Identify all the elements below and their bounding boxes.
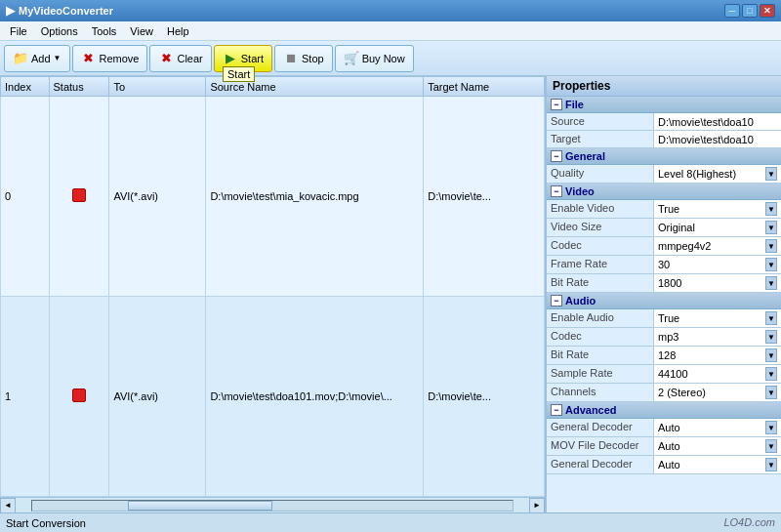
general-decoder-dropdown[interactable]: ▼ xyxy=(765,421,777,434)
prop-audio-bit-rate-value[interactable]: 128 ▼ xyxy=(654,347,781,364)
prop-mov-decoder-text: Auto xyxy=(658,440,765,452)
file-toggle[interactable]: − xyxy=(551,99,562,110)
prop-quality-value[interactable]: Level 8(Highest) ▼ xyxy=(654,165,781,183)
menu-options[interactable]: Options xyxy=(35,23,84,39)
section-file[interactable]: − File xyxy=(547,97,781,113)
prop-frame-rate-text: 30 xyxy=(658,259,765,270)
mov-decoder-dropdown[interactable]: ▼ xyxy=(765,439,777,453)
app-icon: ▶ xyxy=(6,4,15,18)
scroll-left-arrow[interactable]: ◄ xyxy=(0,498,16,513)
section-general-label: General xyxy=(565,150,605,162)
prop-enable-video-text: True xyxy=(658,203,765,215)
prop-codec-label: Codec xyxy=(547,237,654,255)
close-button[interactable]: ✕ xyxy=(760,4,775,18)
prop-frame-rate-value[interactable]: 30 ▼ xyxy=(654,256,781,273)
remove-icon: ✖ xyxy=(81,51,97,66)
title-bar-left: ▶ MyVideoConverter xyxy=(6,4,113,18)
quality-dropdown[interactable]: ▼ xyxy=(765,167,777,181)
prop-enable-audio-value[interactable]: True ▼ xyxy=(654,309,781,327)
advanced-toggle[interactable]: − xyxy=(551,404,562,416)
prop-target-row: Target D:\movie\test\doa10 xyxy=(547,131,781,148)
buynow-icon: 🛒 xyxy=(344,51,359,66)
status-icon xyxy=(72,188,86,202)
prop-quality-label: Quality xyxy=(547,165,654,183)
minimize-button[interactable]: ─ xyxy=(724,4,740,18)
prop-general-decoder2-text: Auto xyxy=(658,459,765,471)
prop-source-label: Source xyxy=(547,113,654,130)
prop-sample-rate-value[interactable]: 44100 ▼ xyxy=(654,365,781,383)
scroll-track[interactable] xyxy=(31,500,514,512)
prop-frame-rate-row: Frame Rate 30 ▼ xyxy=(547,256,781,274)
prop-mov-decoder-label: MOV File Decoder xyxy=(547,437,654,455)
start-label: Start xyxy=(241,53,264,64)
prop-source-value: D:\movie\test\doa10 xyxy=(654,113,781,130)
enable-video-dropdown[interactable]: ▼ xyxy=(765,202,777,216)
stop-button[interactable]: ⏹ Stop xyxy=(274,45,333,72)
prop-codec-value[interactable]: mmpeg4v2 ▼ xyxy=(654,237,781,255)
clear-button[interactable]: ✖ Clear xyxy=(149,45,211,72)
cell-source: D:\movie\test\mia_kovacic.mpg xyxy=(206,97,424,297)
section-audio[interactable]: − Audio xyxy=(547,293,781,309)
stop-icon: ⏹ xyxy=(283,51,299,66)
cell-to: AVI(*.avi) xyxy=(109,297,206,497)
table-header-row: Index Status To Source Name Target Name xyxy=(1,77,545,97)
add-button[interactable]: 📁 Add ▼ xyxy=(4,45,70,72)
prop-enable-audio-label: Enable Audio xyxy=(547,309,654,327)
remove-label: Remove xyxy=(100,53,140,64)
table-row[interactable]: 1AVI(*.avi)D:\movie\test\doa101.mov;D:\m… xyxy=(1,297,545,497)
prop-sample-rate-row: Sample Rate 44100 ▼ xyxy=(547,365,781,384)
menu-file[interactable]: File xyxy=(4,23,33,39)
prop-enable-video-value[interactable]: True ▼ xyxy=(654,200,781,218)
prop-audio-codec-value[interactable]: mp3 ▼ xyxy=(654,328,781,346)
watermark-text: LO4D.com xyxy=(723,516,775,528)
frame-rate-dropdown[interactable]: ▼ xyxy=(765,258,777,271)
channels-dropdown[interactable]: ▼ xyxy=(765,386,777,399)
horizontal-scrollbar[interactable]: ◄ ► xyxy=(0,497,545,512)
prop-audio-codec-text: mp3 xyxy=(658,331,765,343)
scroll-thumb[interactable] xyxy=(128,501,272,511)
menu-tools[interactable]: Tools xyxy=(86,23,123,39)
section-video[interactable]: − Video xyxy=(547,184,781,200)
prop-bit-rate-video-value[interactable]: 1800 ▼ xyxy=(654,274,781,292)
bit-rate-video-dropdown[interactable]: ▼ xyxy=(765,276,777,290)
prop-bit-rate-video-text: 1800 xyxy=(658,277,765,289)
prop-codec-row: Codec mmpeg4v2 ▼ xyxy=(547,237,781,256)
video-toggle[interactable]: − xyxy=(551,185,562,197)
buynow-label: Buy Now xyxy=(362,53,405,64)
add-icon: 📁 xyxy=(13,51,28,66)
prop-channels-text: 2 (Stereo) xyxy=(658,387,765,398)
sample-rate-dropdown[interactable]: ▼ xyxy=(765,367,777,381)
menu-view[interactable]: View xyxy=(124,23,159,39)
prop-enable-audio-text: True xyxy=(658,312,765,324)
cell-status xyxy=(49,297,109,497)
prop-video-size-row: Video Size Original ▼ xyxy=(547,219,781,237)
prop-frame-rate-label: Frame Rate xyxy=(547,256,654,273)
prop-target-label: Target xyxy=(547,131,654,147)
audio-codec-dropdown[interactable]: ▼ xyxy=(765,330,777,344)
prop-general-decoder-value[interactable]: Auto ▼ xyxy=(654,419,781,436)
prop-video-size-value[interactable]: Original ▼ xyxy=(654,219,781,236)
maximize-button[interactable]: □ xyxy=(742,4,758,18)
prop-channels-value[interactable]: 2 (Stereo) ▼ xyxy=(654,384,781,401)
status-icon xyxy=(72,389,86,402)
menu-help[interactable]: Help xyxy=(161,23,195,39)
section-advanced[interactable]: − Advanced xyxy=(547,402,781,419)
enable-audio-dropdown[interactable]: ▼ xyxy=(765,311,777,325)
table-row[interactable]: 0AVI(*.avi)D:\movie\test\mia_kovacic.mpg… xyxy=(1,97,545,297)
audio-bit-rate-dropdown[interactable]: ▼ xyxy=(765,348,777,362)
scroll-right-arrow[interactable]: ► xyxy=(529,498,545,513)
prop-general-decoder2-label: General Decoder xyxy=(547,456,654,473)
general-toggle[interactable]: − xyxy=(551,150,562,162)
remove-button[interactable]: ✖ Remove xyxy=(72,45,148,72)
cell-target: D:\movie\te... xyxy=(424,297,545,497)
video-size-dropdown[interactable]: ▼ xyxy=(765,221,777,234)
prop-mov-decoder-value[interactable]: Auto ▼ xyxy=(654,437,781,455)
buynow-button[interactable]: 🛒 Buy Now xyxy=(335,45,414,72)
toolbar: 📁 Add ▼ ✖ Remove ✖ Clear ▶ Start ⏹ Stop … xyxy=(0,41,781,76)
codec-dropdown[interactable]: ▼ xyxy=(765,239,777,253)
section-general[interactable]: − General xyxy=(547,148,781,165)
prop-general-decoder2-value[interactable]: Auto ▼ xyxy=(654,456,781,473)
section-video-label: Video xyxy=(565,185,595,197)
general-decoder2-dropdown[interactable]: ▼ xyxy=(765,458,777,471)
audio-toggle[interactable]: − xyxy=(551,295,562,307)
